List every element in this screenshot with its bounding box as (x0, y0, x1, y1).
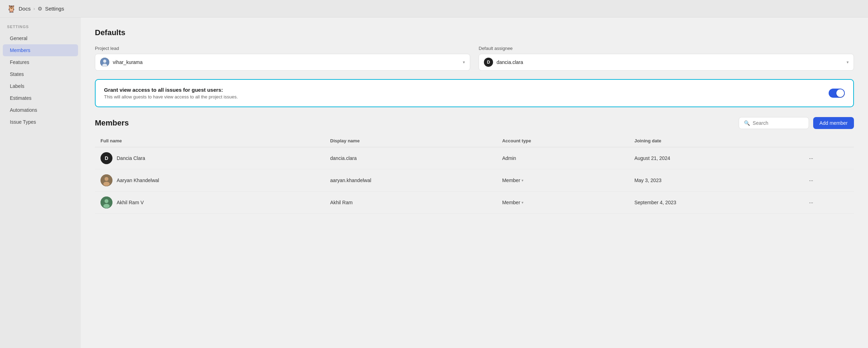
member-name: Aaryan Khandelwal (117, 178, 159, 183)
sidebar-item-issue-types[interactable]: Issue Types (3, 116, 78, 128)
table-row: Akhil Ram V Akhil Ram Member ▾ September… (95, 192, 854, 214)
default-assignee-field: Default assignee D dancia.clara ▾ (479, 46, 854, 71)
svg-point-7 (105, 199, 109, 203)
project-lead-avatar (100, 58, 109, 67)
member-display-name: aaryan.khandelwal (325, 169, 497, 192)
toggle-thumb (836, 89, 844, 97)
sidebar-section-label: SETTINGS (0, 25, 81, 32)
grant-card-title: Grant view access to all issues for gues… (104, 87, 238, 93)
member-account-type: Admin (497, 147, 629, 169)
member-avatar: D (101, 152, 112, 164)
member-display-name: Akhil Ram (325, 192, 497, 214)
search-icon: 🔍 (744, 120, 750, 126)
sidebar-item-states[interactable]: States (3, 68, 78, 80)
table-row: Aaryan Khandelwal aaryan.khandelwal Memb… (95, 169, 854, 192)
members-table: Full name Display name Account type Join… (95, 135, 854, 214)
grant-access-card: Grant view access to all issues for gues… (95, 79, 854, 107)
default-assignee-select[interactable]: D dancia.clara ▾ (479, 54, 854, 71)
member-display-name: dancia.clara (325, 147, 497, 169)
members-title: Members (95, 118, 129, 128)
member-fullname-cell: Akhil Ram V (95, 192, 325, 214)
svg-point-4 (105, 177, 109, 181)
member-avatar (101, 196, 112, 208)
search-input[interactable] (753, 120, 814, 126)
topbar-settings-label: Settings (45, 6, 64, 12)
member-fullname-cell: Aaryan Khandelwal (95, 169, 325, 192)
owl-icon: 🦉 (7, 5, 16, 13)
project-lead-field: Project lead vihar_kurama ▾ (95, 46, 470, 71)
svg-point-5 (103, 182, 110, 186)
sidebar-item-labels[interactable]: Labels (3, 80, 78, 92)
search-box[interactable]: 🔍 (739, 117, 809, 129)
table-header: Full name Display name Account type Join… (95, 135, 854, 147)
topbar-docs-link[interactable]: Docs (19, 6, 31, 12)
members-table-body: D Dancia Clara dancia.clara Admin August… (95, 147, 854, 214)
default-assignee-chevron-icon: ▾ (847, 60, 849, 65)
defaults-title: Defaults (95, 28, 854, 37)
grant-toggle[interactable] (829, 89, 845, 98)
member-fullname-cell: D Dancia Clara (95, 147, 325, 169)
sidebar-item-members[interactable]: Members (3, 44, 78, 56)
project-lead-name: vihar_kurama (113, 59, 459, 65)
member-name: Akhil Ram V (117, 200, 144, 205)
member-joining-date: September 4, 2023 (629, 192, 803, 214)
sidebar-item-automations[interactable]: Automations (3, 104, 78, 116)
svg-point-1 (103, 60, 106, 63)
col-full-name: Full name (95, 135, 325, 147)
col-display-name: Display name (325, 135, 497, 147)
topbar: 🦉 Docs › ⚙ Settings (0, 0, 868, 18)
project-lead-select[interactable]: vihar_kurama ▾ (95, 54, 470, 71)
member-name: Dancia Clara (117, 155, 145, 161)
sidebar: SETTINGS General Members Features States… (0, 18, 81, 348)
col-account-type: Account type (497, 135, 629, 147)
grant-card-text: Grant view access to all issues for gues… (104, 87, 238, 99)
svg-point-8 (103, 204, 110, 208)
settings-icon: ⚙ (38, 6, 42, 12)
member-options[interactable]: ··· (803, 192, 854, 214)
sidebar-item-features[interactable]: Features (3, 56, 78, 68)
default-assignee-label: Default assignee (479, 46, 854, 51)
member-joining-date: May 3, 2023 (629, 169, 803, 192)
col-actions (803, 135, 854, 147)
sidebar-item-general[interactable]: General (3, 32, 78, 44)
project-lead-label: Project lead (95, 46, 470, 51)
member-options[interactable]: ··· (803, 169, 854, 192)
table-row: D Dancia Clara dancia.clara Admin August… (95, 147, 854, 169)
add-member-button[interactable]: Add member (813, 117, 854, 129)
default-assignee-avatar: D (484, 58, 493, 67)
default-assignee-name: dancia.clara (497, 59, 843, 65)
app-layout: SETTINGS General Members Features States… (0, 18, 868, 348)
defaults-row: Project lead vihar_kurama ▾ Default ass (95, 46, 854, 71)
member-account-type[interactable]: Member ▾ (497, 192, 629, 214)
project-lead-chevron-icon: ▾ (463, 60, 465, 65)
members-actions: 🔍 Add member (739, 117, 854, 129)
col-joining-date: Joining date (629, 135, 803, 147)
member-avatar (101, 174, 112, 186)
sidebar-item-estimates[interactable]: Estimates (3, 92, 78, 104)
main-content: Defaults Project lead vihar_kurama ▾ (81, 18, 868, 348)
members-header: Members 🔍 Add member (95, 117, 854, 129)
member-joining-date: August 21, 2024 (629, 147, 803, 169)
grant-card-desc: This will allow guests to have view acce… (104, 94, 238, 99)
account-type-chevron-icon: ▾ (522, 200, 524, 205)
member-options[interactable]: ··· (803, 147, 854, 169)
breadcrumb-chevron: › (33, 6, 35, 11)
account-type-chevron-icon: ▾ (522, 178, 524, 183)
member-account-type[interactable]: Member ▾ (497, 169, 629, 192)
